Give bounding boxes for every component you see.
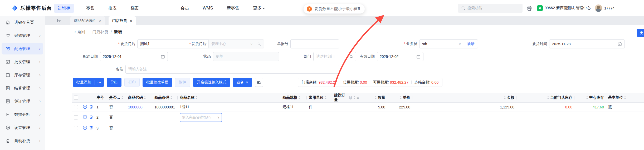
close-icon[interactable]: ✕ xyxy=(99,19,101,23)
nav-item-label: 报表 xyxy=(108,6,117,11)
tab-商品配送属性[interactable]: 商品配送属性✕ xyxy=(70,16,105,25)
search-icon[interactable] xyxy=(349,55,353,59)
nav-item-WMS[interactable]: WMS xyxy=(201,4,214,12)
sidebar-item-数据分析[interactable]: 数据分析› xyxy=(2,109,43,120)
col-header-label: 序号 xyxy=(96,95,104,100)
ellipsis-icon[interactable]: ⋯ xyxy=(95,80,104,85)
业务-button[interactable]: 业务∨ xyxy=(233,78,252,87)
col-header-spec[interactable]: 商品规格 xyxy=(280,93,307,103)
nav-item-更多[interactable]: 更多 xyxy=(251,4,266,13)
field-label: 有效日期 xyxy=(357,54,375,59)
doc-no-input[interactable] xyxy=(290,39,339,48)
org-selector[interactable]: 99662-新界面测试-管理中心 xyxy=(545,6,591,11)
remark-input[interactable]: 请输入备注 xyxy=(125,65,339,74)
col-header-base_unit[interactable]: 基本单位 xyxy=(606,93,644,103)
sidebar-item-库存管理[interactable]: 库存管理› xyxy=(2,69,43,81)
nav-item-档案[interactable]: 档案 xyxy=(129,4,140,13)
salesman-select[interactable]: sth ∨新增 xyxy=(419,39,478,48)
app-title: 乐檬零售后台 xyxy=(20,5,52,12)
nav-item-新零售[interactable]: 新零售 xyxy=(225,4,241,13)
tab-label: 门店补货 xyxy=(112,18,127,23)
sort-up-icon xyxy=(375,96,377,97)
row-checkbox[interactable] xyxy=(74,115,78,119)
row-checkbox[interactable] xyxy=(74,105,78,109)
more-button[interactable]: 更 xyxy=(637,29,644,37)
chevron-down-icon[interactable]: ∨ xyxy=(217,116,219,119)
sidebar-item-自动补货[interactable]: 自动补货› xyxy=(2,135,43,147)
col-header-barcode[interactable]: 商品条码 xyxy=(152,93,178,103)
svg-text:$: $ xyxy=(7,87,9,89)
cell-select xyxy=(72,123,81,133)
delete-row-icon[interactable] xyxy=(89,105,93,110)
cell-suggest xyxy=(332,123,361,133)
cell-value[interactable]: 1000008 xyxy=(128,105,143,109)
product-search-input[interactable]: 输入商品名称/条码/∨ xyxy=(180,113,222,122)
app-logo[interactable]: 乐檬零售后台 xyxy=(12,0,52,16)
批量修改单据-button[interactable]: 批量修改单据 xyxy=(143,78,172,87)
nav-item-会员[interactable]: 会员 xyxy=(179,4,191,13)
items-table: 序号是否…商品代码商品条码商品名称商品规格常用单位建议订量?≡数量单价金额当前门… xyxy=(72,93,644,133)
导出-button[interactable]: 导出 xyxy=(107,78,121,87)
search-placeholder: 搜索功能 xyxy=(467,6,482,11)
column-settings-icon[interactable] xyxy=(255,78,263,87)
valid-date-input[interactable]: 2025-12-02 xyxy=(377,52,423,61)
delete-row-icon[interactable] xyxy=(89,126,93,131)
col-header-amount[interactable]: 金额 xyxy=(412,93,516,103)
avatar[interactable] xyxy=(595,4,602,12)
close-icon[interactable]: ✕ xyxy=(130,19,132,23)
department-select[interactable]: 请选择部门 xyxy=(313,52,356,61)
printer-icon[interactable] xyxy=(526,5,532,11)
sidebar-item-批发管理[interactable]: 批发管理› xyxy=(2,56,43,68)
附件-button: 附件 xyxy=(175,78,190,87)
col-header-center_stock[interactable]: 中心库存 xyxy=(574,93,606,103)
add-salesman-link[interactable]: 新增 xyxy=(464,42,478,46)
calendar-icon[interactable] xyxy=(618,42,622,46)
add-row-icon[interactable] xyxy=(83,104,87,110)
search-input[interactable]: 搜索功能 xyxy=(458,4,523,13)
col-header-label: 金额 xyxy=(507,95,514,100)
sidebar-item-采购管理[interactable]: 采购管理› xyxy=(2,30,43,41)
add-row-icon[interactable] xyxy=(83,115,87,120)
sidebar-collapse-icon[interactable] xyxy=(56,18,62,24)
add-row-icon[interactable] xyxy=(83,126,87,131)
rows-icon[interactable]: ≡ xyxy=(357,95,359,100)
sort-down-icon xyxy=(400,98,402,99)
sidebar-item-配送管理[interactable]: 配送管理› xyxy=(2,43,43,54)
user-name[interactable]: 17774 xyxy=(604,6,614,10)
delivery-date-input[interactable]: 2025-12-01 xyxy=(100,52,168,61)
amount-value: 932,482.27 xyxy=(319,80,337,84)
col-header-code[interactable]: 商品代码 xyxy=(126,93,152,103)
nav-item-进销存[interactable]: 进销存 xyxy=(54,4,74,13)
col-header-gift[interactable]: 是否… xyxy=(107,93,126,103)
nav-item-报表[interactable]: 报表 xyxy=(107,4,118,13)
col-header-qty[interactable]: 数量 xyxy=(361,93,387,103)
chevron-down-icon: ∨ xyxy=(246,81,248,84)
col-header-suggest[interactable]: 建议订量?≡ xyxy=(332,93,361,103)
col-header-label: 商品代码 xyxy=(128,95,143,100)
nav-item-label: WMS xyxy=(203,6,213,11)
开启极速输入模式-button[interactable]: 开启极速输入模式 xyxy=(193,78,230,87)
wholesale-icon xyxy=(5,59,11,64)
calendar-icon[interactable] xyxy=(161,54,165,59)
nav-item-零售[interactable]: 零售 xyxy=(85,4,96,13)
col-header-price[interactable]: 单价 xyxy=(387,93,412,103)
col-header-name[interactable]: 商品名称 xyxy=(178,93,280,103)
ship-store-select[interactable]: 管理中心 ∨ xyxy=(208,39,264,48)
col-header-store_stock[interactable]: 当前门店库存 xyxy=(516,93,574,103)
delete-row-icon[interactable] xyxy=(89,115,93,120)
tab-门店补货[interactable]: 门店补货✕ xyxy=(109,16,136,25)
col-header-unit[interactable]: 常用单位 xyxy=(307,93,332,103)
cell-qty xyxy=(361,112,387,123)
calendar-icon[interactable] xyxy=(416,54,421,59)
sidebar-item-结算管理[interactable]: $结算管理› xyxy=(2,82,43,94)
sidebar-item-凭证管理[interactable]: 凭证管理› xyxy=(2,96,43,107)
order-time-date-input[interactable]: 2025-11-28 xyxy=(549,39,625,48)
sidebar-item-进销存首页[interactable]: 进销存首页 xyxy=(2,17,43,28)
批量添加-button[interactable]: 批量添加⋯ xyxy=(73,78,104,87)
row-checkbox[interactable] xyxy=(74,126,78,130)
back-link[interactable]: ‹返回 xyxy=(74,29,85,34)
search-icon[interactable] xyxy=(257,42,261,46)
select-all-checkbox[interactable] xyxy=(74,96,78,100)
sidebar-item-设置管理[interactable]: 设置管理› xyxy=(2,122,43,133)
button-label: 开启极速输入模式 xyxy=(197,80,226,85)
